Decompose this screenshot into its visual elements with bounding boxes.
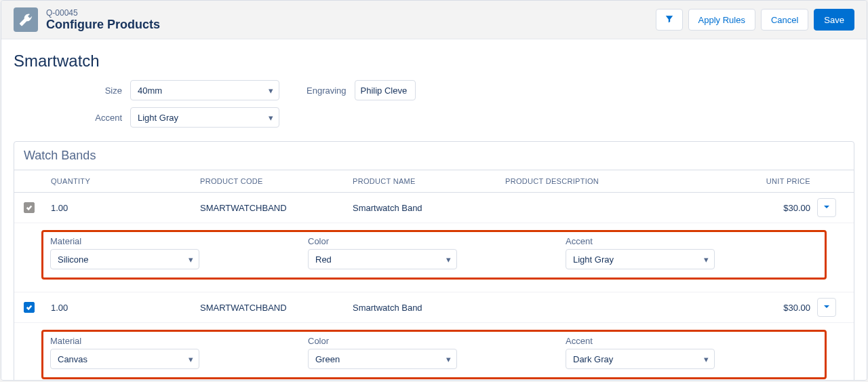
cell-quantity: 1.00 xyxy=(51,203,200,213)
row-accent-select[interactable]: Light Gray ▾ xyxy=(566,249,715,269)
material-value: Canvas xyxy=(58,354,87,364)
caret-down-icon: ▾ xyxy=(446,354,451,364)
engraving-label: Engraving xyxy=(307,85,347,96)
caret-down-icon: ▾ xyxy=(269,113,273,123)
header-text: Q-00045 Configure Products xyxy=(46,8,160,32)
caret-down-icon: ▾ xyxy=(446,254,451,265)
material-select[interactable]: Silicone ▾ xyxy=(50,249,199,269)
row-config-panel: Material Canvas ▾ Color Green ▾ xyxy=(14,323,854,381)
cell-price: $30.00 xyxy=(709,303,817,313)
cell-price: $30.00 xyxy=(709,203,817,213)
cell-quantity: 1.00 xyxy=(51,303,200,313)
row-checkbox[interactable] xyxy=(24,202,35,213)
save-button[interactable]: Save xyxy=(814,9,854,31)
material-select[interactable]: Canvas ▾ xyxy=(50,349,199,369)
material-label: Material xyxy=(50,336,199,346)
caret-down-icon: ▾ xyxy=(189,354,193,364)
cell-name: Smartwatch Band xyxy=(353,203,505,213)
row-accent-label: Accent xyxy=(566,236,715,246)
caret-down-icon: ▾ xyxy=(189,254,193,265)
accent-select[interactable]: Light Gray ▾ xyxy=(130,107,279,128)
color-label: Color xyxy=(308,336,457,346)
material-label: Material xyxy=(50,236,199,246)
row-config-panel: Material Silicone ▾ Color Red ▾ xyxy=(14,223,854,292)
color-value: Red xyxy=(315,254,332,265)
highlight-box: Material Silicone ▾ Color Red ▾ xyxy=(41,230,827,280)
table-header-row: QUANTITY PRODUCT CODE PRODUCT NAME PRODU… xyxy=(14,170,854,193)
cell-code: SMARTWATCHBAND xyxy=(200,303,353,313)
section-title: Watch Bands xyxy=(14,142,854,170)
table-row: 1.00 SMARTWATCHBAND Smartwatch Band $30.… xyxy=(14,193,854,223)
row-accent-select[interactable]: Dark Gray ▾ xyxy=(566,349,715,369)
size-label: Size xyxy=(14,85,122,96)
col-quantity: QUANTITY xyxy=(51,177,200,185)
color-label: Color xyxy=(308,236,457,246)
filter-button[interactable] xyxy=(656,9,683,31)
caret-down-icon: ▾ xyxy=(704,354,709,364)
color-select[interactable]: Green ▾ xyxy=(308,349,457,369)
product-name-heading: Smartwatch xyxy=(1,49,867,80)
watch-bands-section: Watch Bands QUANTITY PRODUCT CODE PRODUC… xyxy=(14,141,854,381)
caret-down-icon: ▾ xyxy=(269,85,273,96)
row-accent-value: Light Gray xyxy=(573,254,614,265)
page-header: Q-00045 Configure Products Apply Rules C… xyxy=(1,1,867,39)
accent-label: Accent xyxy=(14,113,122,123)
chevron-down-icon xyxy=(823,203,831,213)
material-value: Silicone xyxy=(58,254,89,265)
cell-code: SMARTWATCHBAND xyxy=(200,203,353,213)
engraving-input[interactable] xyxy=(355,80,416,100)
highlight-box: Material Canvas ▾ Color Green ▾ xyxy=(41,330,827,379)
size-select[interactable]: 40mm ▾ xyxy=(130,80,279,100)
chevron-down-icon xyxy=(823,303,831,313)
expand-row-button[interactable] xyxy=(817,198,836,217)
cell-name: Smartwatch Band xyxy=(353,303,505,313)
row-accent-value: Dark Gray xyxy=(573,354,613,364)
table-row: 1.00 SMARTWATCHBAND Smartwatch Band $30.… xyxy=(14,292,854,323)
color-select[interactable]: Red ▾ xyxy=(308,249,457,269)
col-product-code: PRODUCT CODE xyxy=(200,177,353,185)
row-checkbox[interactable] xyxy=(24,302,35,313)
col-product-name: PRODUCT NAME xyxy=(353,177,505,185)
cancel-button[interactable]: Cancel xyxy=(761,9,808,31)
filter-icon xyxy=(665,14,674,26)
col-product-description: PRODUCT DESCRIPTION xyxy=(505,177,709,185)
quote-id: Q-00045 xyxy=(46,8,160,18)
accent-value: Light Gray xyxy=(138,113,178,123)
col-unit-price: UNIT PRICE xyxy=(709,177,817,185)
page-title: Configure Products xyxy=(46,18,160,32)
wrench-icon xyxy=(14,7,38,32)
apply-rules-button[interactable]: Apply Rules xyxy=(688,9,755,31)
expand-row-button[interactable] xyxy=(817,298,836,317)
caret-down-icon: ▾ xyxy=(704,254,709,265)
color-value: Green xyxy=(315,354,340,364)
row-accent-label: Accent xyxy=(566,336,715,346)
size-value: 40mm xyxy=(138,85,162,96)
